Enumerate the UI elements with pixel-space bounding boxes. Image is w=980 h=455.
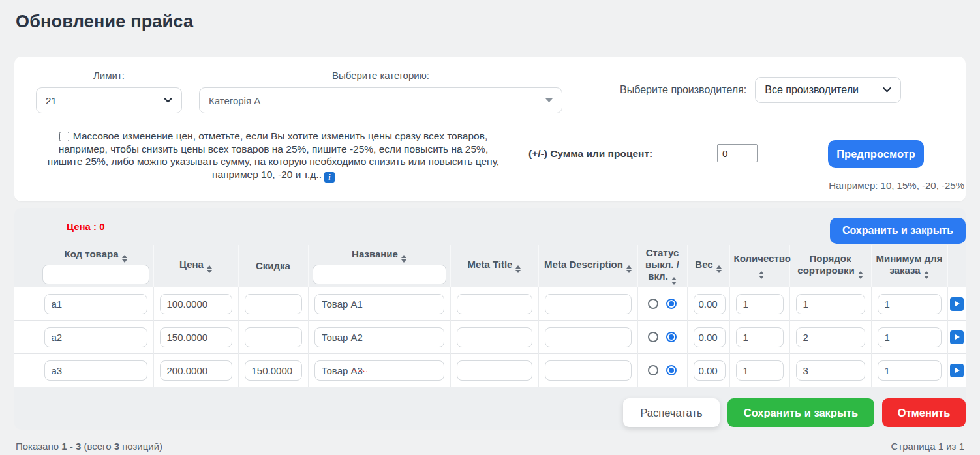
meta-title-input[interactable]: [457, 294, 532, 314]
sort-icon[interactable]: [924, 271, 929, 279]
quantity-input[interactable]: [736, 294, 784, 314]
quantity-input[interactable]: [736, 360, 784, 381]
sort-icon[interactable]: [207, 265, 212, 273]
sort-icon[interactable]: [401, 255, 406, 263]
info-icon[interactable]: i: [324, 172, 335, 183]
sort-icon[interactable]: [671, 277, 677, 285]
expand-row-button[interactable]: [950, 297, 964, 311]
name-input[interactable]: [314, 327, 444, 347]
weight-input[interactable]: [694, 294, 726, 314]
meta-description-input[interactable]: [545, 294, 632, 314]
header-price-label: Цена: [179, 259, 204, 270]
header-meta-title: Meta Title: [450, 245, 538, 287]
header-meta-description: Meta Description: [538, 245, 637, 287]
status-on-radio[interactable]: [666, 332, 677, 342]
name-cell: [314, 365, 444, 376]
mass-change-text: Массовое изменение цен, отметьте, если В…: [48, 130, 499, 180]
weight-input[interactable]: [694, 360, 726, 381]
expand-row-button[interactable]: [950, 364, 964, 377]
name-input[interactable]: [314, 360, 444, 381]
header-status: Статус выкл. / вкл.: [637, 245, 687, 287]
preview-button[interactable]: Предпросмотр: [828, 140, 924, 168]
category-select[interactable]: Категорія А: [199, 87, 562, 113]
sort-order-input[interactable]: [796, 294, 865, 314]
meta-title-input[interactable]: [457, 327, 532, 347]
manufacturer-label: Выберите производителя:: [620, 84, 746, 96]
code-input[interactable]: [44, 360, 147, 381]
chevron-down-icon: [883, 87, 891, 93]
filters-card: Лимит: 21 Выберите категорию: Категорія …: [14, 57, 966, 201]
minimum-order-input[interactable]: [878, 360, 942, 381]
header-minimum-order: Минимум для заказа: [871, 245, 947, 287]
table-toolbar: Цена : 0 Сохранить и закрыть: [14, 208, 966, 245]
discount-input[interactable]: [245, 327, 302, 347]
cancel-button[interactable]: Отменить: [882, 398, 966, 427]
manufacturer-select[interactable]: Все производители: [755, 77, 901, 103]
name-input[interactable]: [314, 294, 444, 314]
status-off-radio[interactable]: [648, 299, 658, 309]
sort-order-input[interactable]: [796, 360, 865, 381]
play-icon: [955, 301, 960, 306]
mass-change-checkbox[interactable]: [59, 132, 69, 141]
sort-icon[interactable]: [515, 265, 521, 273]
header-name-label: Название: [352, 248, 398, 259]
table-row: [14, 354, 966, 387]
price-input[interactable]: [160, 327, 232, 347]
code-input[interactable]: [44, 294, 147, 314]
header-weight: Вес: [687, 245, 729, 287]
sort-icon[interactable]: [626, 265, 632, 273]
limit-label: Лимит:: [36, 70, 182, 81]
page-info: Страница 1 из 1: [891, 441, 964, 452]
caret-down-icon: [545, 98, 553, 102]
header-minimum-order-label: Минимум для заказа: [876, 253, 942, 276]
sort-icon[interactable]: [759, 271, 764, 279]
page-footer: Показано 1 - 3 (всего 3 позиций) Страниц…: [16, 441, 964, 452]
price-input[interactable]: [160, 294, 232, 314]
row-handle-cell: [14, 321, 38, 354]
discount-input[interactable]: [245, 360, 302, 381]
print-button[interactable]: Распечатать: [623, 398, 720, 427]
sort-order-input[interactable]: [796, 327, 865, 347]
play-icon: [955, 334, 960, 340]
manufacturer-select-value: Все производители: [765, 84, 859, 96]
code-filter-input[interactable]: [42, 265, 149, 284]
status-off-radio[interactable]: [648, 365, 658, 375]
weight-input[interactable]: [694, 327, 726, 347]
name-filter-input[interactable]: [313, 265, 446, 284]
category-group: Выберите категорию: Категорія А: [199, 70, 562, 113]
header-sort-order: Порядок сортировки: [789, 245, 871, 287]
code-input[interactable]: [44, 327, 147, 347]
status-on-radio[interactable]: [666, 365, 677, 375]
bottom-action-bar: Распечатать Сохранить и закрыть Отменить: [623, 398, 966, 427]
meta-description-input[interactable]: [545, 327, 632, 347]
save-close-top-button[interactable]: Сохранить и закрыть: [830, 218, 966, 244]
minimum-order-input[interactable]: [878, 327, 942, 347]
row-handle-cell: [14, 354, 38, 387]
sort-icon[interactable]: [716, 265, 722, 273]
price-counter: Цена : 0: [67, 221, 105, 232]
price-input[interactable]: [160, 360, 232, 381]
products-table: Код товара Цена Скидка Название Meta Tit…: [14, 245, 966, 387]
header-discount-label: Скидка: [256, 260, 290, 271]
save-close-button[interactable]: Сохранить и закрыть: [727, 398, 874, 427]
limit-select[interactable]: 21: [36, 87, 182, 113]
sort-icon[interactable]: [122, 255, 127, 263]
amount-input[interactable]: [717, 144, 758, 162]
sort-icon[interactable]: [858, 271, 863, 279]
filters-row: Лимит: 21 Выберите категорию: Категорія …: [14, 57, 966, 113]
header-actions: [947, 245, 966, 287]
discount-input[interactable]: [245, 294, 302, 314]
header-code-label: Код товара: [65, 248, 119, 259]
header-quantity: Количество: [729, 245, 789, 287]
header-price: Цена: [153, 245, 238, 287]
status-on-radio[interactable]: [666, 299, 677, 309]
status-off-radio[interactable]: [648, 332, 658, 342]
play-icon: [955, 368, 960, 373]
header-meta-title-label: Meta Title: [468, 259, 513, 270]
minimum-order-input[interactable]: [878, 294, 942, 314]
meta-description-input[interactable]: [545, 360, 632, 381]
expand-row-button[interactable]: [950, 330, 964, 344]
meta-title-input[interactable]: [457, 360, 532, 381]
limit-group: Лимит: 21: [36, 70, 182, 113]
quantity-input[interactable]: [736, 327, 784, 347]
